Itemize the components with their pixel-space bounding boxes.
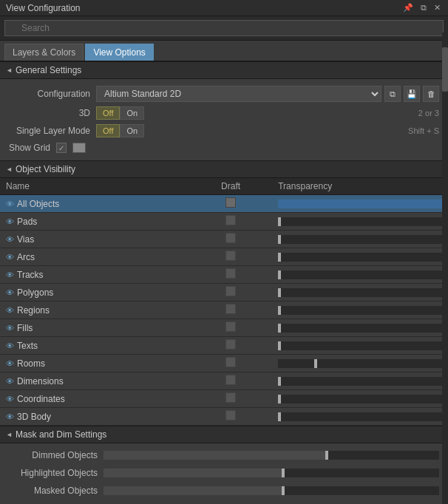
eye-icon[interactable]: 👁 <box>6 359 14 368</box>
draft-checkbox[interactable] <box>225 321 236 332</box>
config-save-button[interactable]: 💾 <box>404 86 420 102</box>
eye-icon[interactable]: 👁 <box>6 395 14 403</box>
transparency-cell[interactable] <box>272 372 448 390</box>
eye-icon[interactable]: 👁 <box>6 324 14 333</box>
mask-dim-slider[interactable] <box>103 469 439 477</box>
transparency-cell[interactable] <box>272 302 448 319</box>
draft-checkbox[interactable] <box>225 233 236 243</box>
transparency-slider[interactable] <box>278 288 442 297</box>
draft-checkbox[interactable] <box>225 197 236 208</box>
draft-checkbox[interactable] <box>225 339 236 350</box>
transparency-cell[interactable] <box>272 355 448 372</box>
search-input[interactable] <box>4 20 444 36</box>
transparency-handle[interactable] <box>278 324 281 333</box>
eye-icon[interactable]: 👁 <box>6 253 14 262</box>
transparency-handle[interactable] <box>278 288 281 297</box>
transparency-handle[interactable] <box>278 217 281 226</box>
table-row[interactable]: 👁Pads <box>0 213 448 231</box>
draft-checkbox[interactable] <box>225 375 236 385</box>
transparency-slider[interactable] <box>278 359 442 368</box>
mask-dim-handle[interactable] <box>282 486 285 495</box>
table-row[interactable]: 👁Rooms <box>0 355 448 372</box>
draft-checkbox[interactable] <box>225 392 236 403</box>
single-layer-off-button[interactable]: Off <box>96 124 120 137</box>
eye-icon[interactable]: 👁 <box>6 200 14 208</box>
eye-icon[interactable]: 👁 <box>6 412 14 421</box>
draft-checkbox[interactable] <box>225 215 236 225</box>
draft-checkbox[interactable] <box>225 357 236 367</box>
transparency-cell[interactable] <box>272 195 448 213</box>
show-grid-checkbox[interactable]: ✓ <box>56 143 67 153</box>
table-row[interactable]: 👁All Objects <box>0 195 448 213</box>
table-row[interactable]: 👁Arcs <box>0 248 448 266</box>
transparency-slider[interactable] <box>278 253 442 262</box>
table-row[interactable]: 👁Coordinates <box>0 390 448 408</box>
transparency-slider[interactable] <box>278 200 442 208</box>
single-layer-on-button[interactable]: On <box>120 124 144 137</box>
table-row[interactable]: 👁Polygons <box>0 284 448 302</box>
mask-dim-handle[interactable] <box>325 451 328 460</box>
transparency-cell[interactable] <box>272 319 448 337</box>
transparency-slider[interactable] <box>278 324 442 333</box>
transparency-slider[interactable] <box>278 217 442 226</box>
transparency-cell[interactable] <box>272 337 448 355</box>
configuration-select[interactable]: Altium Standard 2D Custom <box>96 86 381 102</box>
transparency-cell[interactable] <box>272 284 448 302</box>
draft-checkbox[interactable] <box>225 268 236 279</box>
eye-icon[interactable]: 👁 <box>6 288 14 297</box>
draft-checkbox[interactable] <box>225 251 236 261</box>
eye-icon[interactable]: 👁 <box>6 270 14 279</box>
scrollbar[interactable] <box>442 33 448 504</box>
transparency-handle[interactable] <box>278 341 281 350</box>
ov-collapse-icon[interactable]: ◄ <box>6 166 13 173</box>
transparency-cell[interactable] <box>272 231 448 248</box>
eye-icon[interactable]: 👁 <box>6 235 14 244</box>
transparency-handle[interactable] <box>278 306 281 315</box>
table-row[interactable]: 👁3D Body <box>0 408 448 426</box>
transparency-handle[interactable] <box>314 359 317 368</box>
draft-checkbox[interactable] <box>225 410 236 420</box>
transparency-handle[interactable] <box>278 235 281 244</box>
transparency-slider[interactable] <box>278 306 442 315</box>
close-button[interactable]: ✕ <box>432 3 442 13</box>
transparency-handle[interactable] <box>278 253 281 262</box>
table-row[interactable]: 👁Tracks <box>0 266 448 284</box>
draft-checkbox[interactable] <box>225 304 236 314</box>
threed-off-button[interactable]: Off <box>96 106 120 120</box>
eye-icon[interactable]: 👁 <box>6 217 14 226</box>
scrollbar-thumb[interactable] <box>442 47 448 92</box>
transparency-handle[interactable] <box>278 377 281 386</box>
transparency-handle[interactable] <box>278 395 281 403</box>
transparency-slider[interactable] <box>278 412 442 421</box>
transparency-handle[interactable] <box>278 270 281 279</box>
transparency-slider[interactable] <box>278 377 442 386</box>
table-row[interactable]: 👁Fills <box>0 319 448 337</box>
eye-icon[interactable]: 👁 <box>6 341 14 350</box>
eye-icon[interactable]: 👁 <box>6 306 14 315</box>
draft-checkbox[interactable] <box>225 286 236 296</box>
table-row[interactable]: 👁Dimensions <box>0 372 448 390</box>
grid-color-swatch[interactable] <box>72 143 86 153</box>
tab-layers-colors[interactable]: Layers & Colors <box>4 44 84 61</box>
transparency-handle[interactable] <box>278 412 281 421</box>
mask-dim-slider[interactable] <box>103 486 439 495</box>
transparency-cell[interactable] <box>272 213 448 231</box>
transparency-slider[interactable] <box>278 235 442 244</box>
table-row[interactable]: 👁Regions <box>0 302 448 319</box>
table-row[interactable]: 👁Vias <box>0 231 448 248</box>
transparency-cell[interactable] <box>272 266 448 284</box>
config-delete-button[interactable]: 🗑 <box>423 86 439 102</box>
tab-view-options[interactable]: View Options <box>85 44 153 61</box>
transparency-slider[interactable] <box>278 341 442 350</box>
transparency-slider[interactable] <box>278 270 442 279</box>
transparency-cell[interactable] <box>272 390 448 408</box>
eye-icon[interactable]: 👁 <box>6 377 14 386</box>
detach-button[interactable]: ⧉ <box>419 3 428 13</box>
config-copy-button[interactable]: ⧉ <box>384 86 401 102</box>
pin-button[interactable]: 📌 <box>401 3 415 13</box>
table-row[interactable]: 👁Texts <box>0 337 448 355</box>
collapse-icon[interactable]: ◄ <box>6 67 13 74</box>
mask-dim-slider[interactable] <box>103 451 439 460</box>
transparency-cell[interactable] <box>272 408 448 426</box>
mask-dim-handle[interactable] <box>282 469 285 477</box>
